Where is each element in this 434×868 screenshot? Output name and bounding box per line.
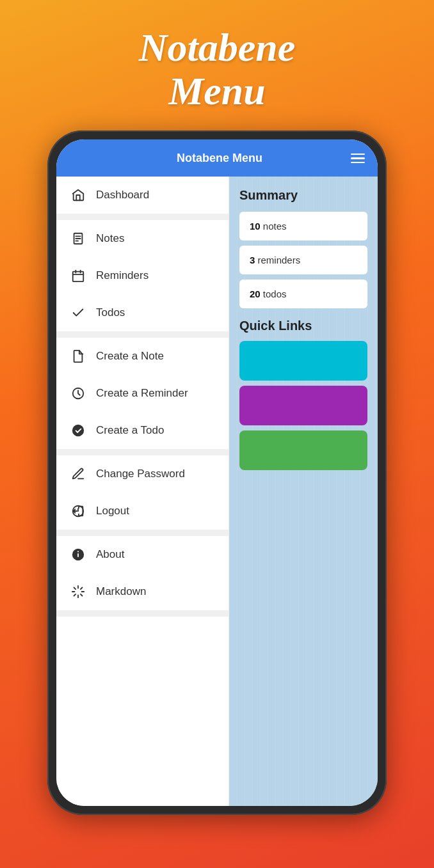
change-password-label: Change Password — [96, 468, 185, 480]
pencil-icon — [69, 467, 87, 481]
quick-link-green[interactable] — [239, 430, 367, 470]
sidebar-item-create-reminder[interactable]: Create a Reminder — [56, 375, 229, 412]
divider-5 — [56, 610, 229, 617]
hamburger-menu-button[interactable] — [351, 154, 365, 164]
markdown-label: Markdown — [96, 585, 146, 598]
sidebar-item-create-note[interactable]: Create a Note — [56, 338, 229, 375]
phone-mockup: Notabene Menu Dashboa — [47, 130, 387, 815]
svg-line-18 — [81, 588, 83, 590]
quick-link-purple[interactable] — [239, 386, 367, 425]
summary-notes: 10 notes — [239, 212, 367, 241]
magic-icon — [69, 585, 87, 599]
notes-label: Notes — [96, 232, 124, 245]
header-title: Notabene Menu — [88, 152, 351, 165]
check-icon — [69, 306, 87, 320]
divider-4 — [56, 530, 229, 536]
create-todo-label: Create a Todo — [96, 424, 164, 437]
sidebar-item-dashboard[interactable]: Dashboard — [56, 177, 229, 214]
sidebar-item-reminders[interactable]: Reminders — [56, 257, 229, 294]
check-circle-icon — [69, 423, 87, 438]
file-icon — [69, 349, 87, 363]
sidebar-item-notes[interactable]: Notes — [56, 220, 229, 257]
sidebar-item-change-password[interactable]: Change Password — [56, 455, 229, 493]
info-icon — [69, 548, 87, 562]
svg-line-17 — [74, 594, 76, 596]
summary-title: Summary — [239, 188, 367, 203]
divider-3 — [56, 449, 229, 455]
clock-icon — [69, 386, 87, 400]
todos-count: 20 — [250, 288, 261, 299]
sidebar-item-todos[interactable]: Todos — [56, 294, 229, 331]
divider-2 — [56, 331, 229, 338]
sidebar-item-logout[interactable]: Logout — [56, 493, 229, 530]
sidebar: Dashboard Notes — [56, 177, 229, 806]
notes-count: 10 — [250, 221, 261, 232]
notes-count-label: notes — [263, 221, 287, 232]
calendar-icon — [69, 269, 87, 283]
reminders-label: Reminders — [96, 269, 149, 282]
app-title: NotabeneMenu — [139, 26, 296, 113]
create-reminder-label: Create a Reminder — [96, 387, 188, 400]
todos-count-label: todos — [263, 288, 287, 299]
sidebar-item-markdown[interactable]: Markdown — [56, 573, 229, 610]
svg-line-13 — [74, 588, 76, 590]
reminders-count: 3 — [250, 255, 255, 265]
sidebar-item-about[interactable]: About — [56, 536, 229, 573]
divider-1 — [56, 214, 229, 220]
phone-body: Dashboard Notes — [56, 177, 378, 806]
about-label: About — [96, 548, 124, 561]
svg-rect-4 — [73, 272, 84, 282]
phone-screen: Notabene Menu Dashboa — [56, 139, 378, 806]
notes-icon — [69, 232, 87, 246]
summary-reminders: 3 reminders — [239, 246, 367, 274]
todos-label: Todos — [96, 306, 125, 319]
create-note-label: Create a Note — [96, 350, 164, 363]
quick-links-title: Quick Links — [239, 319, 367, 333]
summary-todos: 20 todos — [239, 280, 367, 308]
reminders-count-label: reminders — [258, 255, 301, 265]
sidebar-item-create-todo[interactable]: Create a Todo — [56, 412, 229, 449]
phone-header: Notabene Menu — [56, 139, 378, 177]
logout-label: Logout — [96, 505, 129, 517]
home-icon — [69, 188, 87, 202]
logout-icon — [69, 504, 87, 518]
right-panel: Summary 10 notes 3 reminders 20 todos Qu… — [229, 177, 378, 806]
svg-line-14 — [81, 594, 83, 596]
dashboard-label: Dashboard — [96, 189, 149, 201]
quick-link-cyan[interactable] — [239, 341, 367, 381]
